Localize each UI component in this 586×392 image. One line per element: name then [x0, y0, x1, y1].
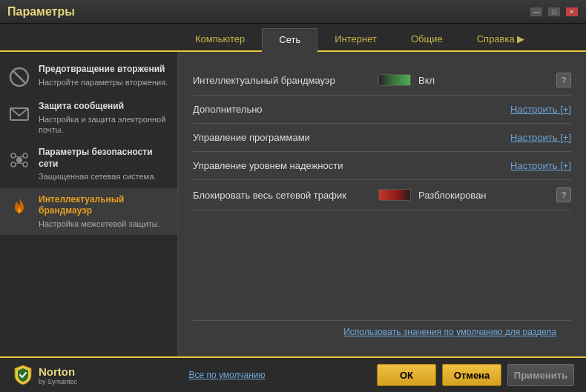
sidebar-desc-intrusion: Настройте параметры вторжения. — [39, 77, 168, 87]
toggle-label-smart-firewall: Вкл — [418, 75, 435, 86]
help-block-traffic[interactable]: ? — [556, 187, 571, 202]
label-advanced: Дополнительно — [193, 104, 378, 115]
label-trust-level: Управление уровнем надежности — [193, 160, 378, 171]
footer: Norton by Symantec Все по умолчанию ОК О… — [0, 356, 586, 392]
minimize-button[interactable]: — — [530, 7, 543, 17]
sidebar-item-network-security[interactable]: Параметры безопасности сети Защищенная с… — [0, 141, 177, 187]
row-program-control: Управление программами Настроить [+] — [193, 124, 571, 152]
row-advanced: Дополнительно Настроить [+] — [193, 96, 571, 124]
tab-network[interactable]: Сеть — [262, 28, 317, 52]
titlebar: Параметры — □ ✕ — [0, 0, 586, 24]
help-smart-firewall[interactable]: ? — [556, 73, 571, 87]
mail-icon — [7, 102, 31, 126]
norton-logo: Norton by Symantec — [12, 364, 77, 386]
svg-point-4 — [11, 153, 16, 158]
sidebar-desc-firewall: Настройка межсетевой защиты. — [39, 219, 170, 229]
norton-brand-name: Norton — [39, 365, 77, 378]
sidebar-title-network-security: Параметры безопасности сети — [39, 147, 170, 170]
footer-buttons: ОК Отмена Применить — [377, 364, 574, 386]
configure-program-control[interactable]: Настроить [+] — [510, 132, 571, 143]
control-advanced: Настроить [+] — [378, 104, 571, 115]
network-icon — [7, 148, 31, 172]
toggle-smart-firewall[interactable] — [378, 74, 411, 86]
sidebar: Предотвращение вторжений Настройте парам… — [0, 52, 178, 356]
window-controls: — □ ✕ — [530, 7, 579, 17]
block-icon — [7, 65, 31, 89]
control-block-traffic: Разблокирован ? — [378, 187, 571, 202]
navbar: Компьютер Сеть Интернет Общие Справка ▶ — [0, 24, 586, 52]
row-block-traffic: Блокировать весь сетевой трафик Разблоки… — [193, 180, 571, 210]
norton-brand-sub: by Symantec — [39, 378, 77, 385]
svg-point-5 — [23, 153, 27, 158]
footer-links: Все по умолчанию — [92, 370, 362, 380]
toggle-label-block-traffic: Разблокирован — [418, 190, 487, 201]
svg-line-11 — [19, 163, 23, 164]
ok-button[interactable]: ОК — [377, 364, 436, 386]
sidebar-item-intrusion[interactable]: Предотвращение вторжений Настройте парам… — [0, 58, 177, 95]
svg-point-7 — [23, 162, 27, 167]
norton-shield-icon — [12, 364, 34, 386]
sidebar-title-intrusion: Предотвращение вторжений — [39, 64, 168, 76]
fire-icon — [7, 196, 31, 219]
svg-line-1 — [13, 70, 26, 84]
control-smart-firewall: Вкл ? — [378, 73, 571, 87]
window-title: Параметры — [7, 5, 530, 19]
svg-point-6 — [11, 162, 16, 167]
norton-text-block: Norton by Symantec — [39, 365, 77, 385]
cancel-button[interactable]: Отмена — [442, 364, 501, 386]
svg-point-3 — [16, 157, 22, 163]
sidebar-desc-network-security: Защищенная сетевая система. — [39, 171, 170, 182]
sidebar-title-firewall: Интеллектуальный брандмауэр — [39, 194, 170, 217]
toggle-block-traffic[interactable] — [378, 189, 411, 201]
tab-general[interactable]: Общие — [394, 27, 460, 50]
row-trust-level: Управление уровнем надежности Настроить … — [193, 152, 571, 180]
tab-internet[interactable]: Интернет — [317, 27, 394, 50]
control-program-control: Настроить [+] — [378, 132, 571, 143]
sidebar-title-messages: Защита сообщений — [39, 101, 170, 113]
sidebar-desc-messages: Настройка и защита электронной почты. — [39, 114, 170, 136]
maximize-button[interactable]: □ — [547, 7, 561, 17]
configure-trust-level[interactable]: Настроить [+] — [510, 160, 571, 171]
tab-computer[interactable]: Компьютер — [178, 27, 262, 50]
apply-button[interactable]: Применить — [507, 364, 574, 386]
main-window: Параметры — □ ✕ Компьютер Сеть Интернет … — [0, 0, 586, 392]
default-values-link[interactable]: Использовать значения по умолчанию для р… — [343, 327, 556, 337]
svg-line-8 — [16, 156, 19, 157]
content-panel: Интеллектуальный брандмауэр Вкл ? Дополн… — [178, 52, 586, 356]
sidebar-text-intrusion: Предотвращение вторжений Настройте парам… — [39, 64, 168, 87]
row-smart-firewall: Интеллектуальный брандмауэр Вкл ? — [193, 65, 571, 96]
tab-help[interactable]: Справка ▶ — [460, 27, 542, 50]
sidebar-item-firewall[interactable]: Интеллектуальный брандмауэр Настройка ме… — [0, 188, 177, 235]
sidebar-text-network-security: Параметры безопасности сети Защищенная с… — [39, 147, 170, 182]
label-smart-firewall: Интеллектуальный брандмауэр — [193, 75, 378, 86]
svg-line-10 — [16, 163, 19, 164]
close-button[interactable]: ✕ — [565, 7, 579, 17]
label-program-control: Управление программами — [193, 132, 378, 143]
svg-line-9 — [19, 156, 23, 157]
main-area: Предотвращение вторжений Настройте парам… — [0, 52, 586, 356]
sidebar-item-messages[interactable]: Защита сообщений Настройка и защита элек… — [0, 95, 177, 141]
label-block-traffic: Блокировать весь сетевой трафик — [193, 190, 378, 201]
all-defaults-link[interactable]: Все по умолчанию — [188, 370, 265, 380]
control-trust-level: Настроить [+] — [378, 160, 571, 171]
bottom-default-area: Использовать значения по умолчанию для р… — [193, 320, 571, 343]
configure-advanced[interactable]: Настроить [+] — [510, 104, 571, 115]
sidebar-text-firewall: Интеллектуальный брандмауэр Настройка ме… — [39, 194, 170, 229]
sidebar-text-messages: Защита сообщений Настройка и защита элек… — [39, 101, 170, 135]
